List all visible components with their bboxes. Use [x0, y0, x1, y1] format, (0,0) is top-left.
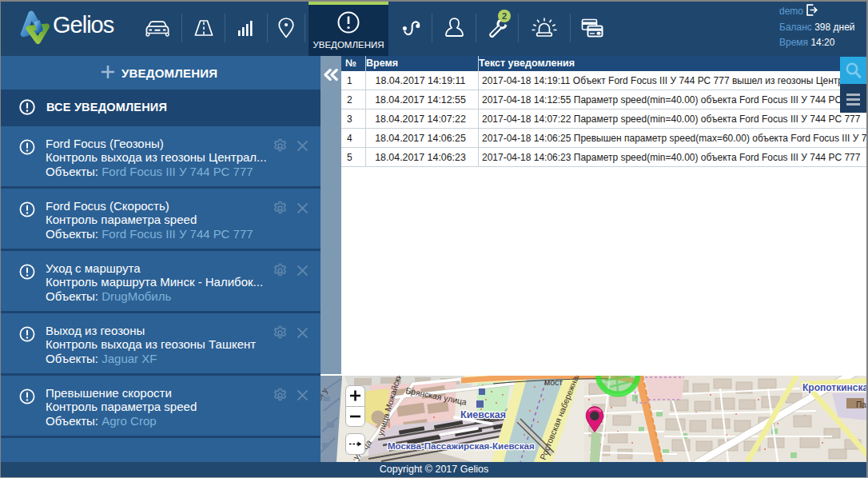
svg-text:Москва-Пассажирская-Киевская: Москва-Пассажирская-Киевская: [388, 441, 535, 451]
svg-text:Кропоткинская: Кропоткинская: [802, 382, 868, 393]
svg-text:Па: Па: [856, 400, 866, 409]
svg-text:мост: мост: [544, 377, 563, 387]
svg-text:Киевская: Киевская: [460, 409, 506, 420]
